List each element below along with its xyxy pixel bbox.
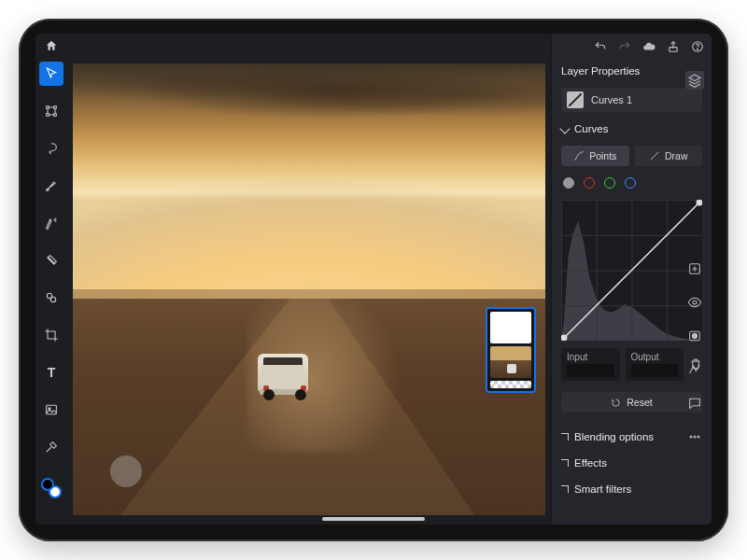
right-rail [682,34,708,525]
input-field[interactable]: Input [561,348,620,381]
canvas[interactable] [73,63,545,515]
app-screen: T [35,34,712,525]
eyedropper-tool[interactable] [39,435,63,459]
svg-point-15 [698,436,699,438]
adjustments-icon[interactable] [685,360,704,379]
channel-rgb[interactable] [563,177,574,189]
floating-layer-stack[interactable] [486,307,536,393]
chevron-right-icon [561,485,569,493]
active-layer-name: Curves 1 [591,94,632,105]
place-image-tool[interactable] [39,398,63,422]
home-indicator [322,517,425,521]
svg-point-13 [690,436,692,438]
channel-red[interactable] [584,177,595,189]
quick-select-tool[interactable] [39,211,63,235]
curve-handle-shadow[interactable] [561,334,568,341]
color-swatch[interactable] [41,478,62,498]
mask-icon[interactable] [685,327,704,345]
crop-tool[interactable] [39,323,63,347]
left-toolbar: T [35,34,67,525]
more-icon[interactable] [685,427,704,446]
touch-shortcut[interactable] [110,455,142,487]
svg-point-14 [694,436,696,438]
layers-icon[interactable] [685,71,704,90]
spot-heal-tool[interactable] [39,248,63,273]
chevron-right-icon [561,459,569,467]
channel-blue[interactable] [625,177,636,189]
move-tool[interactable] [39,62,63,86]
cloud-icon[interactable] [642,40,655,53]
svg-point-12 [692,333,697,338]
output-field[interactable]: Output [626,348,684,381]
visibility-icon[interactable] [685,293,704,312]
svg-point-4 [50,297,55,301]
canvas-area [67,34,551,525]
channel-green[interactable] [604,177,615,189]
add-layer-icon[interactable] [685,259,704,278]
brush-tool[interactable] [39,174,63,198]
transform-tool[interactable] [39,99,63,123]
image-content [73,63,545,515]
device-frame: T [19,19,728,541]
top-bar [35,34,712,60]
lasso-tool[interactable] [39,136,63,161]
chevron-right-icon [561,433,569,441]
chevron-down-icon [559,123,570,133]
svg-rect-5 [47,405,57,413]
comments-icon[interactable] [685,394,704,413]
layer-thumb-image[interactable] [490,346,531,378]
layer-thumb-handle[interactable] [490,381,531,388]
share-icon[interactable] [667,40,680,53]
tab-points[interactable]: Points [561,146,629,166]
type-tool[interactable]: T [39,360,63,385]
curves-icon [567,91,584,108]
redo-icon[interactable] [618,40,631,53]
svg-point-10 [693,301,697,304]
home-icon[interactable] [45,39,58,55]
undo-icon[interactable] [594,40,607,53]
clone-tool[interactable] [39,286,63,310]
layer-thumb-mask[interactable] [490,312,531,343]
